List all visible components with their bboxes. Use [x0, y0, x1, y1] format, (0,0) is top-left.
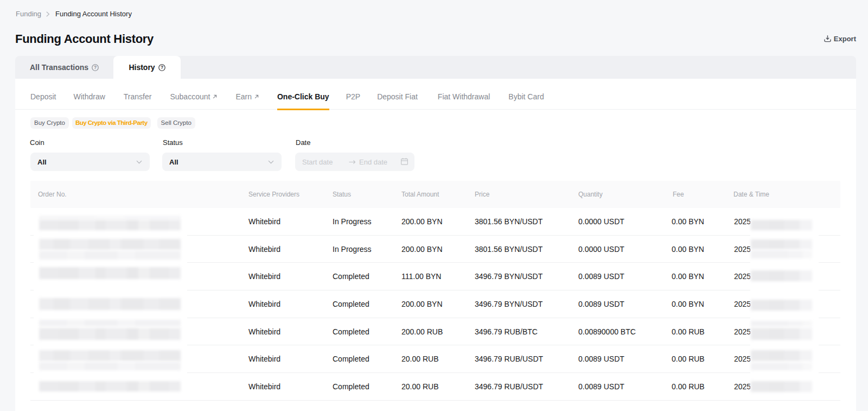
svg-text:?: ? — [161, 65, 163, 70]
svg-text:?: ? — [94, 65, 97, 70]
